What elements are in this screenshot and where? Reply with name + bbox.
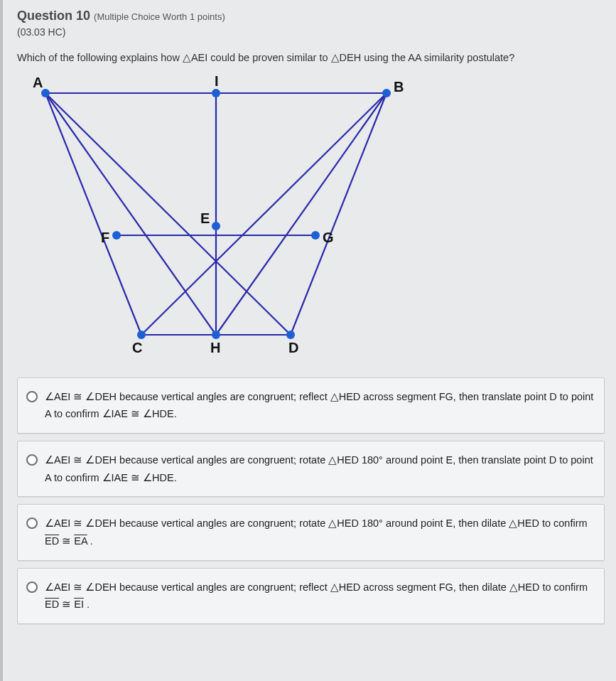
svg-point-16 [137, 331, 146, 339]
option-4[interactable]: ∠AEI ≅ ∠DEH because vertical angles are … [17, 568, 605, 624]
question-page: Question 10 (Multiple Choice Worth 1 poi… [0, 0, 616, 681]
svg-point-18 [286, 331, 295, 339]
label-A: A [33, 75, 43, 90]
radio-icon[interactable] [26, 454, 38, 466]
svg-point-12 [382, 89, 391, 97]
radio-icon[interactable] [26, 581, 38, 593]
svg-line-2 [291, 93, 387, 335]
diagram-svg: A I B F E G C H D [17, 72, 415, 363]
label-E: E [200, 210, 210, 226]
label-C: C [132, 340, 142, 355]
label-F: F [101, 230, 109, 245]
svg-point-15 [311, 231, 320, 240]
radio-icon[interactable] [26, 518, 38, 529]
option-1-text: ∠AEI ≅ ∠DEH because vertical angles are … [45, 388, 594, 423]
svg-line-8 [216, 93, 387, 335]
svg-point-13 [112, 231, 121, 240]
label-B: B [394, 79, 404, 95]
svg-point-11 [212, 89, 220, 97]
label-I: I [215, 73, 219, 89]
question-number: Question 10 [17, 9, 90, 23]
svg-line-5 [45, 93, 291, 335]
question-code: (03.03 HC) [17, 26, 605, 38]
svg-line-7 [45, 93, 216, 335]
option-2[interactable]: ∠AEI ≅ ∠DEH because vertical angles are … [17, 441, 605, 497]
svg-line-6 [141, 93, 387, 335]
option-1[interactable]: ∠AEI ≅ ∠DEH because vertical angles are … [17, 377, 605, 434]
question-worth: (Multiple Choice Worth 1 points) [94, 11, 225, 22]
geometry-diagram: A I B F E G C H D [17, 72, 605, 363]
radio-icon[interactable] [26, 391, 38, 402]
svg-point-17 [212, 331, 220, 339]
svg-line-1 [45, 93, 141, 335]
question-header: Question 10 (Multiple Choice Worth 1 poi… [17, 9, 605, 23]
option-2-text: ∠AEI ≅ ∠DEH because vertical angles are … [45, 451, 594, 486]
option-3-text: ∠AEI ≅ ∠DEH because vertical angles are … [45, 515, 594, 549]
label-H: H [210, 340, 220, 355]
svg-point-14 [212, 222, 220, 230]
question-prompt: Which of the following explains how △AEI… [17, 50, 605, 66]
option-3[interactable]: ∠AEI ≅ ∠DEH because vertical angles are … [17, 504, 605, 560]
option-4-text: ∠AEI ≅ ∠DEH because vertical angles are … [45, 579, 594, 613]
label-D: D [288, 340, 298, 355]
label-G: G [323, 230, 334, 245]
